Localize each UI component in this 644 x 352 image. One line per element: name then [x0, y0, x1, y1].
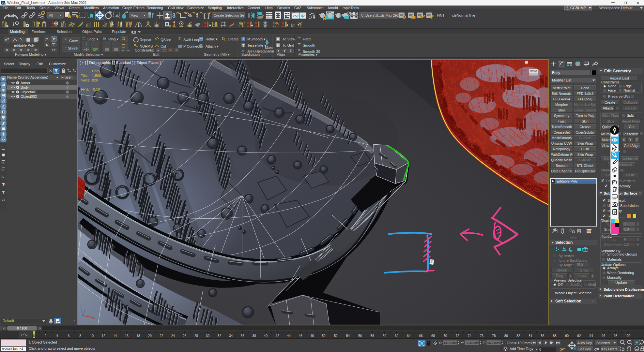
- svg-text:62: 62: [395, 334, 399, 338]
- svg-text:QSlice: QSlice: [161, 38, 171, 42]
- svg-text:Create Selection Se: Create Selection Se: [214, 13, 244, 17]
- svg-text:Constraints:: Constraints:: [135, 48, 154, 52]
- svg-text:Smooth: Smooth: [303, 43, 315, 47]
- svg-text:E: E: [3, 175, 4, 178]
- svg-text:54: 54: [346, 334, 350, 338]
- svg-text:12: 12: [102, 334, 106, 338]
- svg-text:Smooth 30: Smooth 30: [303, 50, 320, 53]
- svg-text:Relax ▾: Relax ▾: [206, 37, 218, 41]
- svg-text:i: i: [13, 22, 14, 27]
- svg-text:100: 100: [625, 334, 631, 338]
- svg-text:C:\Users\JI...ds Max 202:: C:\Users\JI...ds Max 202:: [361, 13, 400, 17]
- svg-text:Ring ▾: Ring ▾: [108, 37, 119, 41]
- svg-text:Repeat: Repeat: [140, 38, 151, 42]
- svg-text:64: 64: [407, 334, 411, 338]
- svg-text:%: %: [188, 13, 192, 18]
- svg-text:Tessellate ▾: Tessellate ▾: [247, 43, 266, 47]
- svg-text:10: 10: [90, 334, 94, 338]
- svg-text:18: 18: [136, 334, 140, 338]
- svg-text:50: 50: [322, 334, 326, 338]
- svg-text:60: 60: [383, 334, 387, 338]
- svg-text:80: 80: [504, 334, 508, 338]
- svg-text:40: 40: [264, 334, 268, 338]
- svg-text:76: 76: [480, 334, 484, 338]
- svg-text:86: 86: [541, 334, 544, 338]
- svg-text:Shrink: Shrink: [68, 46, 78, 50]
- svg-text:z: z: [80, 304, 81, 308]
- svg-text:42: 42: [275, 334, 279, 338]
- svg-text:FPS:: FPS:: [81, 87, 89, 91]
- svg-text:3: 3: [172, 12, 176, 19]
- svg-text:View: View: [131, 13, 138, 17]
- svg-text:0: 0: [539, 348, 541, 351]
- svg-text:E: E: [3, 161, 4, 164]
- svg-text:98: 98: [614, 334, 618, 338]
- svg-text:92: 92: [577, 334, 581, 338]
- svg-text:Verts:: Verts:: [81, 78, 90, 82]
- svg-text:ideNormalThie: ideNormalThie: [452, 13, 475, 17]
- svg-text:74: 74: [468, 334, 472, 338]
- svg-text:FRONT: FRONT: [530, 70, 537, 72]
- svg-text:▲: ▲: [559, 347, 561, 349]
- svg-text:x: x: [158, 50, 159, 52]
- svg-text:44: 44: [287, 334, 291, 338]
- svg-text:66: 66: [419, 334, 423, 338]
- svg-text:72: 72: [456, 334, 460, 338]
- svg-text:8: 8: [79, 334, 81, 338]
- svg-text:24: 24: [171, 334, 175, 338]
- svg-text:Swift Loop: Swift Loop: [183, 38, 200, 42]
- svg-text:46: 46: [299, 334, 302, 338]
- svg-text:I: I: [21, 333, 22, 336]
- svg-text:0: 0: [33, 334, 35, 338]
- svg-text:▼: ▼: [559, 350, 561, 352]
- svg-text:82: 82: [516, 334, 520, 338]
- svg-text:All: All: [49, 13, 53, 17]
- svg-text:58: 58: [371, 334, 375, 338]
- svg-text:NURMS: NURMS: [140, 44, 153, 48]
- svg-text:38: 38: [252, 334, 256, 338]
- svg-text:70: 70: [443, 334, 447, 338]
- svg-text:78: 78: [492, 334, 496, 338]
- svg-text:52: 52: [334, 334, 338, 338]
- svg-text:To Grid: To Grid: [283, 43, 294, 47]
- svg-text:[ + ] [ Orthographic ] [ Stand: [ + ] [ Orthographic ] [ Standard ] [ Ed…: [80, 61, 161, 65]
- svg-text:56: 56: [358, 334, 362, 338]
- svg-text:36: 36: [241, 334, 245, 338]
- svg-text:1,506: 1,506: [92, 74, 101, 78]
- svg-text:68: 68: [431, 334, 435, 338]
- svg-text:Create: Create: [228, 37, 238, 41]
- svg-text:Use Displac...: Use Displac...: [247, 50, 267, 53]
- svg-text:2: 2: [45, 334, 47, 338]
- svg-text:48: 48: [310, 334, 314, 338]
- svg-text:94: 94: [590, 334, 593, 338]
- svg-text:14: 14: [113, 334, 117, 338]
- svg-text:Loop ▾: Loop ▾: [87, 37, 99, 41]
- svg-text:34: 34: [229, 334, 233, 338]
- svg-text:{: {: [203, 12, 206, 19]
- svg-text:88: 88: [553, 334, 557, 338]
- svg-text:28: 28: [194, 334, 198, 338]
- svg-text:22: 22: [160, 334, 163, 338]
- svg-text:x: x: [93, 316, 95, 319]
- svg-text:Cut: Cut: [161, 44, 166, 48]
- svg-text:E: E: [3, 168, 4, 171]
- svg-text:84: 84: [529, 334, 532, 338]
- svg-text:32: 32: [218, 334, 222, 338]
- svg-text:MSmooth ▾: MSmooth ▾: [247, 37, 266, 41]
- svg-text:Grow: Grow: [69, 39, 78, 43]
- svg-text:Tris:: Tris:: [81, 74, 88, 78]
- svg-text:Editable Poly: Editable Poly: [14, 43, 35, 47]
- svg-text:6: 6: [68, 334, 70, 338]
- svg-text:X: X: [277, 49, 280, 53]
- svg-text:20: 20: [148, 334, 152, 338]
- svg-text:Y: Y: [284, 49, 286, 53]
- svg-text:30: 30: [206, 334, 210, 338]
- svg-text:26: 26: [183, 334, 187, 338]
- svg-text:4: 4: [56, 334, 58, 338]
- svg-text:90: 90: [565, 334, 569, 338]
- svg-text:Attach ▾: Attach ▾: [206, 44, 219, 48]
- svg-text:0.18: 0.18: [93, 87, 100, 91]
- svg-text:Body: Body: [92, 69, 100, 73]
- svg-text:16: 16: [125, 334, 129, 338]
- svg-text:Planar: Planar: [264, 49, 274, 53]
